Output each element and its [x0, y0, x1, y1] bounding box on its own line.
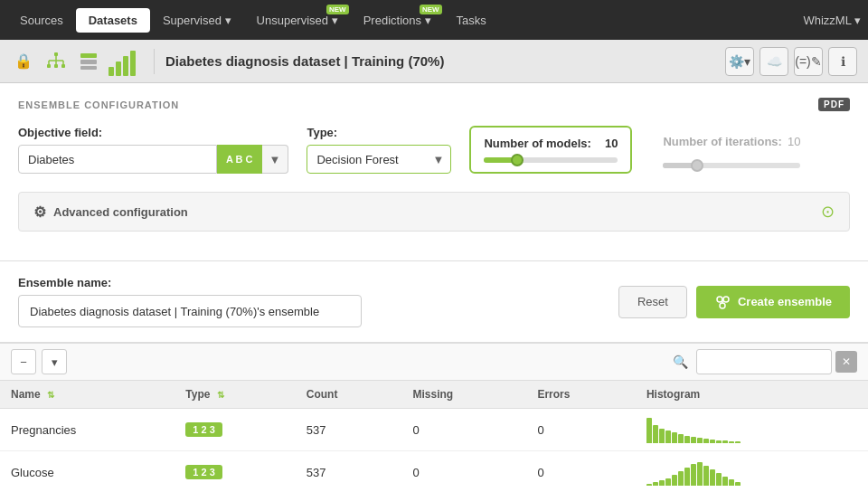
table-body: Pregnancies 1 2 3 537 0 0: [0, 409, 868, 493]
advanced-config-panel[interactable]: ⚙ Advanced configuration ⊙: [18, 192, 850, 232]
info-btn[interactable]: ℹ: [828, 47, 857, 76]
config-panel: ENSEMBLE CONFIGURATION PDF Objective fie…: [0, 83, 868, 344]
section-header: ENSEMBLE CONFIGURATION PDF: [18, 98, 850, 111]
type-select-wrapper: Decision Forest Random Decision Forest B…: [307, 145, 451, 174]
create-ensemble-button[interactable]: Create ensemble: [696, 286, 850, 318]
reset-button[interactable]: Reset: [618, 286, 687, 318]
row-pregnancies-histogram: [636, 409, 868, 451]
col-type[interactable]: Type ⇅: [175, 381, 295, 409]
settings-btn[interactable]: ⚙️▾: [725, 47, 754, 76]
config-row: Objective field: A B C ▼ Type: Decision …: [18, 126, 850, 177]
row-pregnancies-count: 537: [296, 409, 402, 451]
row-pregnancies-type: 1 2 3: [175, 409, 295, 451]
ensemble-name-row: Ensemble name: Reset Create ensemble: [18, 276, 850, 327]
nav-datasets[interactable]: Datasets: [76, 8, 150, 33]
pdf-button[interactable]: PDF: [818, 98, 850, 111]
predictions-label: Predictions ▾: [363, 14, 431, 27]
advanced-config-label: Advanced configuration: [53, 205, 188, 219]
toolbar: 🔒 Diabetes diagnosis dataset | Training …: [0, 40, 868, 83]
col-count: Count: [296, 381, 402, 409]
svg-point-13: [723, 297, 729, 302]
models-box: Number of models: 10: [469, 126, 632, 174]
col-errors: Errors: [526, 381, 636, 409]
nav-predictions[interactable]: Predictions ▾ NEW: [351, 8, 444, 33]
top-nav: Sources Datasets Supervised ▾ Unsupervis…: [0, 0, 868, 40]
search-clear-button[interactable]: ✕: [835, 351, 857, 373]
iterations-box: Number of iterations: 10: [650, 126, 813, 177]
nav-supervised[interactable]: Supervised ▾: [150, 8, 244, 33]
objective-input[interactable]: [18, 145, 217, 174]
ensemble-name-input[interactable]: [18, 295, 362, 327]
objective-label: Objective field:: [18, 126, 288, 139]
svg-point-12: [717, 297, 722, 302]
objective-input-group: A B C ▼: [18, 145, 288, 174]
ensemble-name-section: Ensemble name: Reset Create ensemble: [0, 261, 868, 343]
separator: [154, 49, 155, 74]
ensemble-name-left: Ensemble name:: [18, 276, 362, 327]
row-glucose-missing: 0: [402, 451, 527, 493]
col-histogram: Histogram: [636, 381, 868, 409]
type-field-group: Type: Decision Forest Random Decision Fo…: [307, 126, 451, 174]
iterations-header: Number of iterations: 10: [663, 135, 800, 156]
create-ensemble-label: Create ensemble: [738, 295, 832, 308]
row-glucose-name: Glucose: [0, 451, 175, 493]
table-search: 🔍 ✕: [667, 349, 857, 374]
row-glucose-errors: 0: [526, 451, 636, 493]
minus-btn[interactable]: −: [11, 349, 36, 374]
svg-rect-10: [80, 60, 97, 64]
formula-btn[interactable]: (=)✎: [794, 47, 823, 76]
unsupervised-label: Unsupervised ▾: [257, 14, 338, 27]
svg-rect-1: [47, 64, 51, 68]
lock-icon[interactable]: 🔒: [11, 49, 36, 74]
predictions-badge: NEW: [420, 5, 442, 14]
advanced-chevron-icon: ⊙: [821, 202, 835, 222]
models-slider-thumb[interactable]: [511, 154, 524, 166]
cloud-btn[interactable]: ☁️: [760, 47, 788, 76]
search-input[interactable]: [696, 349, 832, 374]
iterations-slider-thumb: [691, 159, 703, 172]
nav-tasks[interactable]: Tasks: [444, 8, 499, 33]
section-title-text: ENSEMBLE CONFIGURATION: [18, 99, 179, 110]
table-toolbar: − ▾ 🔍 ✕: [0, 344, 868, 381]
dataset-icon[interactable]: [76, 49, 101, 74]
svg-rect-0: [54, 52, 58, 56]
svg-rect-3: [61, 64, 65, 68]
svg-rect-9: [80, 53, 97, 58]
table-header: Name ⇅ Type ⇅ Count Missing Errors Histo…: [0, 381, 868, 409]
advanced-gear-icon: ⚙: [33, 203, 46, 221]
col-missing: Missing: [402, 381, 527, 409]
nav-unsupervised[interactable]: Unsupervised ▾ NEW: [244, 8, 351, 33]
ensemble-config: ENSEMBLE CONFIGURATION PDF Objective fie…: [0, 83, 868, 261]
row-pregnancies-errors: 0: [526, 409, 636, 451]
svg-point-14: [720, 303, 725, 308]
models-header: Number of models: 10: [484, 137, 618, 150]
table-row: Pregnancies 1 2 3 537 0 0: [0, 409, 868, 451]
ensemble-name-label: Ensemble name:: [18, 276, 362, 289]
data-table: Name ⇅ Type ⇅ Count Missing Errors Histo…: [0, 381, 868, 492]
search-icon: 🔍: [667, 349, 693, 374]
row-pregnancies-missing: 0: [402, 409, 527, 451]
nav-sources[interactable]: Sources: [7, 8, 76, 33]
models-slider-track[interactable]: [484, 157, 618, 163]
col-name[interactable]: Name ⇅: [0, 381, 175, 409]
objective-field-group: Objective field: A B C ▼: [18, 126, 288, 174]
models-label: Number of models:: [484, 137, 590, 150]
row-glucose-histogram: [636, 451, 868, 493]
models-value: 10: [605, 137, 618, 150]
nav-user[interactable]: WhizzML ▾: [803, 14, 861, 27]
advanced-config-left: ⚙ Advanced configuration: [33, 203, 188, 221]
unsupervised-badge: NEW: [326, 5, 349, 14]
table-area: − ▾ 🔍 ✕ Name ⇅ Type ⇅ Count Missing Erro…: [0, 344, 868, 492]
type-select[interactable]: Decision Forest Random Decision Forest B…: [307, 145, 451, 174]
svg-rect-11: [80, 66, 97, 70]
objective-dropdown-arrow[interactable]: ▼: [262, 145, 289, 174]
dropdown-btn[interactable]: ▾: [42, 349, 67, 374]
toolbar-actions: ⚙️▾ ☁️ (=)✎ ℹ: [725, 47, 857, 76]
tree-icon[interactable]: [43, 49, 69, 74]
ensemble-buttons: Reset Create ensemble: [618, 286, 850, 318]
iterations-label: Number of iterations:: [663, 135, 781, 148]
svg-rect-2: [54, 64, 58, 68]
table-row: Glucose 1 2 3 537 0 0: [0, 451, 868, 493]
row-glucose-count: 537: [296, 451, 402, 493]
row-pregnancies-name: Pregnancies: [0, 409, 175, 451]
